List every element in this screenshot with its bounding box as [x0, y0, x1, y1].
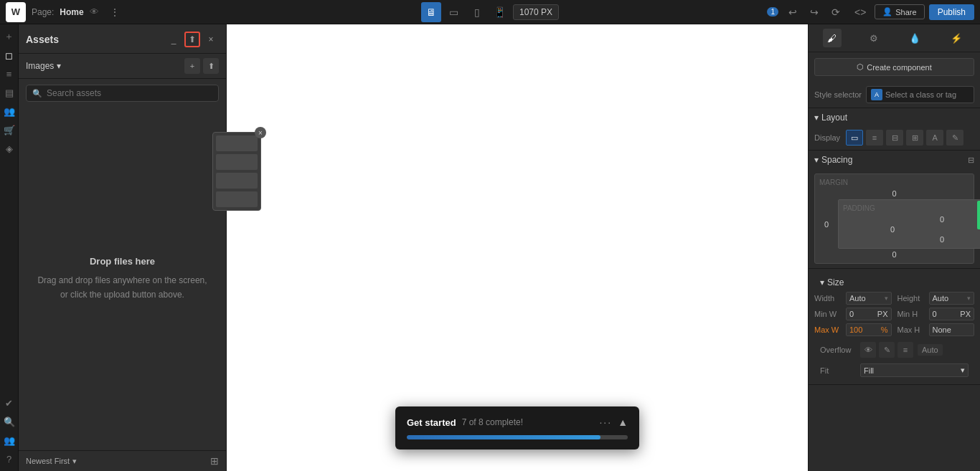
get-started-progress-bar — [407, 435, 628, 439]
tab-settings[interactable]: ⚙ — [864, 29, 883, 47]
width-arrow-icon: ▾ — [885, 295, 888, 302]
right-panel: 🖌 ⚙ 💧 ⚡ ⬡ Create component Style selecto… — [808, 24, 980, 471]
sidebar-help-icon[interactable]: ? — [1, 451, 17, 467]
sync-button[interactable]: ⟳ — [826, 2, 846, 22]
size-max-row: Max W 100 % Max H None — [814, 323, 974, 336]
sidebar-assets-icon[interactable]: ◻ — [1, 47, 17, 63]
get-started-collapse-icon[interactable]: ▲ — [618, 417, 628, 428]
publish-button[interactable]: Publish — [929, 4, 974, 20]
undo-button[interactable]: ↩ — [783, 2, 803, 22]
overflow-scroll-icon[interactable]: ≡ — [897, 342, 913, 358]
fp-row-3 — [216, 173, 258, 189]
images-actions: + ⬆ — [184, 58, 219, 74]
padding-left-input[interactable] — [843, 225, 942, 234]
padding-right-input[interactable] — [942, 225, 980, 234]
max-w-input[interactable]: 100 % — [846, 323, 892, 336]
display-text-button[interactable]: A — [926, 130, 943, 146]
max-h-input[interactable]: None — [929, 323, 975, 336]
search-input[interactable] — [47, 88, 212, 98]
code-button[interactable]: <> — [850, 2, 870, 22]
assets-header-icons: _ ⬆ × — [166, 32, 219, 47]
logo-button[interactable]: W — [6, 2, 26, 22]
style-selector-input[interactable]: A Select a class or tag — [866, 86, 974, 103]
sidebar-components-icon[interactable]: ◈ — [1, 141, 17, 156]
assets-panel: Assets _ ⬆ × Images ▾ + ⬆ 🔍 Dro — [19, 24, 227, 471]
share-button[interactable]: 👤 Share — [875, 4, 924, 19]
get-started-more-icon[interactable]: ··· — [599, 417, 612, 428]
max-w-label: Max W — [814, 325, 840, 334]
spacing-section-header[interactable]: ▾ Spacing ⊟ — [809, 151, 980, 169]
tablet-landscape-button[interactable]: ▭ — [444, 2, 464, 22]
style-selector-row: Style selector A Select a class or tag — [809, 82, 980, 108]
share-label: Share — [895, 8, 916, 16]
padding-label: PADDING — [843, 204, 980, 212]
tablet-portrait-button[interactable]: ▯ — [467, 2, 487, 22]
padding-bottom-input[interactable] — [892, 235, 980, 244]
margin-bottom-input[interactable] — [845, 250, 944, 259]
sort-dropdown[interactable]: Newest First ▾ — [26, 457, 77, 466]
display-flex-row-button[interactable]: ≡ — [866, 130, 883, 146]
display-none-button[interactable]: ✎ — [946, 130, 963, 146]
sidebar-users-icon[interactable]: 👥 — [1, 103, 17, 119]
overflow-hidden-icon[interactable]: ✎ — [879, 342, 895, 358]
padding-side-row — [843, 225, 980, 234]
fp-row-2 — [216, 154, 258, 170]
canvas-inner[interactable] — [227, 24, 808, 471]
spacing-extra-icon[interactable]: ⊟ — [968, 156, 974, 165]
height-input[interactable]: Auto ▾ — [929, 292, 975, 305]
min-h-label: Min H — [897, 310, 923, 318]
display-label: Display — [814, 133, 840, 142]
mobile-button[interactable]: 📱 — [490, 2, 510, 22]
images-dropdown[interactable]: Images ▾ — [26, 61, 61, 71]
margin-left-input[interactable] — [819, 220, 834, 229]
sidebar-ecommerce-icon[interactable]: 🛒 — [1, 122, 17, 138]
sidebar-add-icon[interactable]: ＋ — [1, 29, 17, 44]
notification-badge: 1 — [767, 7, 778, 16]
images-label: Images — [26, 61, 54, 71]
minimize-icon[interactable]: _ — [166, 32, 182, 47]
height-arrow-icon: ▾ — [967, 295, 971, 302]
min-w-input[interactable]: 0 PX — [846, 308, 892, 320]
overflow-auto-label[interactable]: Auto — [918, 344, 943, 356]
sidebar-pages-icon[interactable]: ≡ — [1, 66, 17, 82]
margin-top-input[interactable] — [845, 189, 944, 198]
padding-top-input[interactable] — [892, 215, 980, 224]
tab-custom-code[interactable]: ⚡ — [947, 29, 966, 47]
tab-styles[interactable]: 🖌 — [823, 29, 842, 47]
max-h-value: None — [933, 325, 951, 334]
tab-interactions[interactable]: 💧 — [905, 29, 924, 47]
redo-button[interactable]: ↪ — [804, 2, 824, 22]
overflow-visible-icon[interactable]: 👁 — [860, 342, 876, 358]
size-section-header[interactable]: ▾ Size — [814, 273, 974, 292]
style-selector-icon: A — [871, 89, 882, 100]
eye-icon[interactable]: 👁 — [90, 6, 99, 17]
spacing-title-text: Spacing — [821, 155, 852, 165]
min-h-input[interactable]: 0 PX — [929, 308, 975, 320]
display-block-button[interactable]: ▭ — [846, 130, 863, 146]
fit-select[interactable]: Fill ▾ — [860, 363, 969, 377]
close-assets-icon[interactable]: × — [203, 32, 219, 47]
upload-image-button[interactable]: ⬆ — [203, 58, 219, 74]
display-flex-col-button[interactable]: ⊟ — [886, 130, 903, 146]
upload-icon[interactable]: ⬆ — [184, 32, 200, 47]
size-arrow-icon: ▾ — [820, 277, 824, 287]
layout-section-header[interactable]: ▾ Layout — [809, 108, 980, 127]
grid-view-icon[interactable]: ⊞ — [210, 455, 219, 467]
drop-zone-description: Drag and drop files anywhere on the scre… — [33, 274, 212, 301]
fit-arrow-icon: ▾ — [961, 366, 965, 375]
sidebar-team-icon[interactable]: 👥 — [1, 432, 17, 448]
sidebar-search-icon[interactable]: 🔍 — [1, 414, 17, 429]
add-image-button[interactable]: + — [184, 58, 200, 74]
get-started-header: Get started 7 of 8 complete! ··· ▲ — [407, 417, 628, 428]
width-input[interactable]: Auto ▾ — [846, 292, 892, 305]
search-box[interactable]: 🔍 — [26, 85, 219, 102]
floating-panel-close[interactable]: × — [255, 127, 266, 138]
more-options-icon[interactable]: ⋮ — [105, 2, 125, 22]
desktop-view-button[interactable]: 🖥 — [421, 2, 441, 22]
floating-panel: × — [212, 132, 261, 211]
assets-header: Assets _ ⬆ × — [19, 24, 226, 54]
sidebar-cms-icon[interactable]: ▤ — [1, 85, 17, 100]
create-component-button[interactable]: ⬡ Create component — [814, 58, 974, 76]
sidebar-tasks-icon[interactable]: ✔ — [1, 395, 17, 411]
display-grid-button[interactable]: ⊞ — [906, 130, 923, 146]
